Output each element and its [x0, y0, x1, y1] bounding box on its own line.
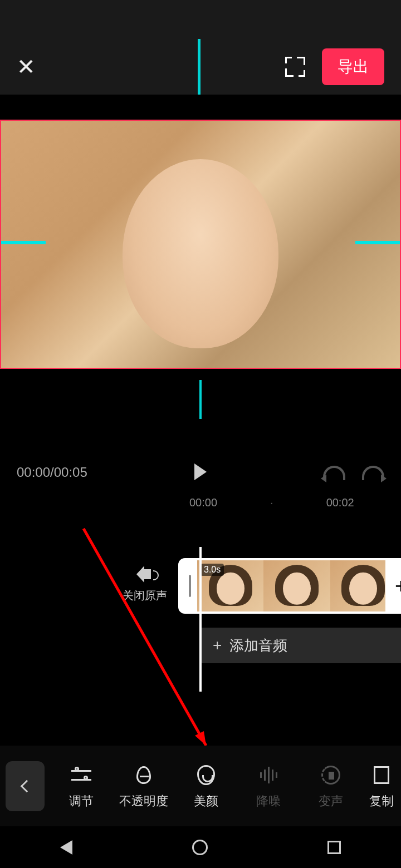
time-display: 00:00/00:05	[17, 465, 87, 480]
denoise-icon	[257, 767, 280, 783]
crop-guide-left	[1, 241, 46, 244]
toolbar-back-button[interactable]	[6, 761, 45, 811]
chevron-left-icon	[21, 780, 33, 792]
copy-icon	[374, 766, 389, 784]
mute-label: 关闭原声	[117, 588, 173, 603]
redo-icon[interactable]	[362, 466, 384, 480]
ruler-mark: ·	[270, 496, 273, 509]
undo-icon[interactable]	[323, 466, 345, 480]
export-button[interactable]: 导出	[322, 48, 384, 85]
clip-handle-left[interactable]	[183, 560, 197, 611]
bottom-toolbar: 调节 不透明度 美颜 降噪 变声 复制	[0, 746, 401, 826]
timeline[interactable]: 关闭原声 3.0s + + 添加音频	[0, 547, 401, 747]
nav-recent-icon[interactable]	[327, 841, 341, 854]
nav-back-icon[interactable]	[60, 840, 72, 855]
beauty-icon	[197, 765, 215, 785]
header-playhead	[198, 39, 200, 95]
playback-controls: 00:00/00:05	[0, 369, 401, 491]
sliders-icon	[71, 767, 91, 783]
opacity-icon	[136, 766, 151, 784]
timeline-ruler: 00:00 · 00:02 ·	[0, 491, 401, 514]
voice-change-icon	[321, 766, 340, 785]
status-bar	[0, 0, 401, 39]
tool-adjust[interactable]: 调节	[50, 763, 113, 810]
crop-guide-right	[355, 241, 400, 244]
close-icon[interactable]: ✕	[17, 54, 36, 80]
system-nav-bar	[0, 826, 401, 868]
tool-opacity[interactable]: 不透明度	[113, 763, 175, 810]
video-preview[interactable]	[0, 120, 401, 369]
clip-thumbnail	[263, 560, 330, 611]
speaker-icon	[143, 569, 151, 579]
play-button[interactable]	[194, 463, 207, 480]
add-audio-track[interactable]: + 添加音频	[202, 628, 401, 663]
video-clip[interactable]: 3.0s	[178, 558, 401, 614]
timeline-playhead[interactable]	[199, 547, 202, 692]
tool-voice-change[interactable]: 变声	[300, 763, 362, 810]
add-audio-label: 添加音频	[229, 636, 287, 655]
clip-duration-badge: 3.0s	[200, 564, 224, 576]
controls-playhead	[199, 380, 202, 419]
ruler-mark: 00:02	[326, 496, 354, 509]
tool-beauty[interactable]: 美颜	[175, 763, 237, 810]
tool-denoise[interactable]: 降噪	[237, 763, 300, 810]
editor-header: ✕ 导出	[0, 39, 401, 95]
tool-copy[interactable]: 复制	[362, 763, 401, 810]
nav-home-icon[interactable]	[192, 840, 208, 855]
plus-icon: +	[213, 637, 222, 654]
fullscreen-icon[interactable]	[285, 57, 305, 77]
mute-original-audio[interactable]: 关闭原声	[117, 569, 173, 603]
ruler-mark: 00:00	[189, 496, 217, 509]
play-icon	[194, 463, 207, 480]
add-clip-button[interactable]: +	[385, 558, 401, 614]
